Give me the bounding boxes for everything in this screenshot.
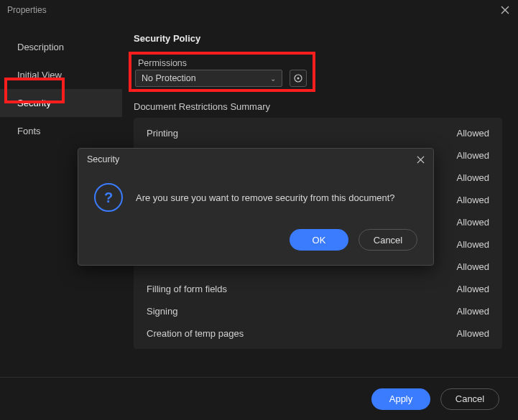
restriction-value: Allowed	[456, 195, 489, 205]
restriction-row: Printing Allowed	[147, 122, 489, 144]
permissions-dropdown-value: No Protection	[142, 73, 196, 83]
close-icon	[417, 156, 425, 164]
permissions-settings-button[interactable]	[290, 70, 307, 87]
permissions-block: Permissions No Protection ⌄	[134, 57, 502, 91]
restriction-value: Allowed	[456, 328, 489, 339]
restriction-label: Signing	[147, 306, 177, 317]
window-close-button[interactable]	[499, 4, 511, 16]
window-titlebar: Properties	[0, 0, 518, 20]
restriction-value: Allowed	[456, 150, 489, 161]
restriction-value: Allowed	[456, 217, 489, 228]
apply-button[interactable]: Apply	[371, 388, 430, 410]
modal-cancel-label: Cancel	[374, 235, 402, 246]
modal-cancel-button[interactable]: Cancel	[359, 229, 417, 251]
sidebar-item-label: Description	[17, 42, 64, 52]
sidebar-item-label: Fonts	[17, 126, 41, 136]
sidebar-item-description[interactable]: Description	[0, 33, 122, 61]
restriction-label: Printing	[147, 128, 178, 139]
dialog-footer: Apply Cancel	[0, 377, 518, 420]
restriction-value: Allowed	[456, 306, 489, 317]
cancel-button[interactable]: Cancel	[440, 388, 499, 410]
confirm-modal: Security ? Are you sure you want to remo…	[78, 148, 434, 266]
modal-message: Are you sure you want to remove security…	[136, 192, 395, 203]
modal-title: Security	[87, 154, 119, 164]
permissions-label: Permissions	[135, 58, 501, 68]
modal-body: ? Are you sure you want to remove securi…	[78, 170, 433, 219]
modal-close-button[interactable]	[417, 156, 425, 164]
modal-header: Security	[78, 149, 433, 170]
restriction-value: Allowed	[456, 284, 489, 294]
sidebar-item-label: Security	[17, 98, 51, 108]
restriction-value: Allowed	[456, 261, 489, 272]
window-title: Properties	[7, 5, 47, 15]
sidebar-item-security[interactable]: Security	[0, 89, 122, 117]
svg-point-1	[297, 78, 300, 80]
sidebar-item-fonts[interactable]: Fonts	[0, 117, 122, 145]
sidebar-item-initial-view[interactable]: Initial View	[0, 61, 122, 89]
permissions-dropdown[interactable]: No Protection ⌄	[135, 70, 282, 87]
restriction-row: Signing Allowed	[147, 300, 489, 322]
apply-button-label: Apply	[389, 393, 413, 404]
restriction-value: Allowed	[456, 239, 489, 250]
restrictions-heading: Document Restrictions Summary	[134, 101, 502, 112]
section-title: Security Policy	[134, 33, 502, 44]
restriction-label: Creation of temp pages	[147, 328, 244, 339]
cancel-button-label: Cancel	[455, 393, 484, 404]
close-icon	[501, 6, 509, 14]
restriction-value: Allowed	[456, 128, 489, 139]
restriction-row: Creation of temp pages Allowed	[147, 322, 489, 345]
modal-ok-label: OK	[313, 235, 326, 246]
question-icon: ?	[94, 183, 123, 212]
modal-ok-button[interactable]: OK	[290, 229, 348, 251]
permissions-row: No Protection ⌄	[135, 70, 501, 87]
restriction-value: Allowed	[456, 172, 489, 183]
gear-icon	[293, 73, 303, 83]
chevron-down-icon: ⌄	[270, 75, 276, 83]
restriction-label: Filling of form fields	[147, 284, 227, 294]
restriction-row: Filling of form fields Allowed	[147, 278, 489, 300]
modal-footer: OK Cancel	[78, 219, 433, 265]
sidebar-item-label: Initial View	[17, 70, 62, 80]
